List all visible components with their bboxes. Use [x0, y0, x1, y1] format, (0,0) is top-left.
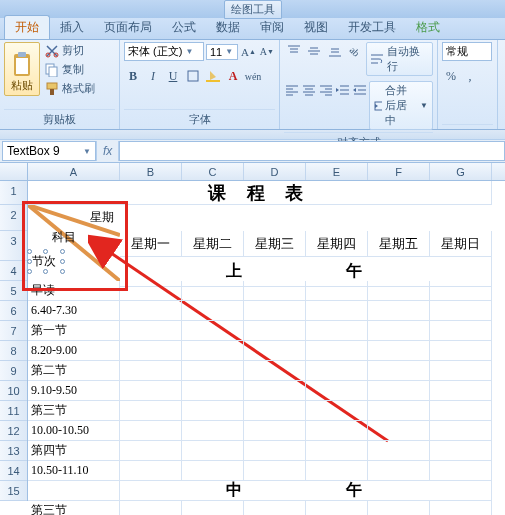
number-format-combo[interactable]: 常规 — [442, 42, 492, 61]
col-header-G[interactable]: G — [430, 163, 492, 180]
row-header-10[interactable]: 10 — [0, 381, 27, 401]
cell-A11[interactable]: 10.00-10.50 — [28, 421, 120, 441]
col-header-F[interactable]: F — [368, 163, 430, 180]
align-center-button[interactable] — [301, 81, 317, 99]
orientation-button[interactable]: ab — [345, 42, 364, 60]
tab-data[interactable]: 数据 — [206, 16, 250, 39]
row-header-1[interactable]: 1 — [0, 181, 27, 205]
ribbon-tabs: 开始 插入 页面布局 公式 数据 审阅 视图 开发工具 格式 — [0, 18, 505, 40]
format-painter-button[interactable]: 格式刷 — [43, 80, 97, 97]
cell-A15[interactable]: 第三节 — [28, 501, 120, 515]
tab-review[interactable]: 审阅 — [250, 16, 294, 39]
wrap-text-button[interactable]: 自动换行 — [366, 42, 433, 76]
cell-title[interactable]: 课 程 表 — [28, 181, 492, 205]
name-box[interactable]: TextBox 9▼ — [2, 141, 96, 161]
svg-rect-1 — [16, 58, 28, 74]
svg-rect-10 — [206, 80, 220, 82]
comma-button[interactable]: , — [461, 67, 479, 85]
select-all-corner[interactable] — [0, 163, 28, 180]
ribbon: 粘贴 剪切 复制 格式刷 剪贴板 宋体 (正文)▼ — [0, 40, 505, 130]
bold-button[interactable]: B — [124, 67, 142, 85]
border-button[interactable] — [184, 67, 202, 85]
cut-button[interactable]: 剪切 — [43, 42, 97, 59]
decrease-font-button[interactable]: A▼ — [259, 43, 275, 61]
row-header-14[interactable]: 14 — [0, 461, 27, 481]
cell-A13[interactable]: 10.50-11.10 — [28, 461, 120, 481]
paste-button[interactable]: 粘贴 — [4, 42, 40, 96]
fill-color-button[interactable] — [204, 67, 222, 85]
contextual-tab-header: 绘图工具 — [224, 0, 282, 19]
svg-rect-9 — [188, 71, 198, 81]
cell-G2[interactable]: 星期日 — [430, 231, 492, 257]
formula-bar[interactable] — [119, 141, 505, 161]
clipboard-icon — [11, 52, 33, 78]
cell-A9[interactable]: 9.10-9.50 — [28, 381, 120, 401]
cell-D2[interactable]: 星期三 — [244, 231, 306, 257]
col-header-E[interactable]: E — [306, 163, 368, 180]
row-header-3[interactable]: 3 — [0, 231, 27, 261]
tab-developer[interactable]: 开发工具 — [338, 16, 406, 39]
tab-format[interactable]: 格式 — [406, 16, 450, 39]
align-middle-button[interactable] — [304, 42, 323, 60]
row-header-12[interactable]: 12 — [0, 421, 27, 441]
tab-layout[interactable]: 页面布局 — [94, 16, 162, 39]
col-header-A[interactable]: A — [28, 163, 120, 180]
align-bottom-button[interactable] — [325, 42, 344, 60]
col-header-D[interactable]: D — [244, 163, 306, 180]
row-header-4[interactable]: 4 — [0, 261, 27, 281]
decrease-indent-button[interactable] — [335, 81, 351, 99]
cell-A5[interactable]: 6.40-7.30 — [28, 301, 120, 321]
cell-A6[interactable]: 第一节 — [28, 321, 120, 341]
increase-indent-button[interactable] — [352, 81, 368, 99]
align-top-button[interactable] — [284, 42, 303, 60]
font-size-combo[interactable]: 11▼ — [206, 44, 238, 60]
cell-A10[interactable]: 第三节 — [28, 401, 120, 421]
align-left-button[interactable] — [284, 81, 300, 99]
row-header-7[interactable]: 7 — [0, 321, 27, 341]
cell-F2[interactable]: 星期五 — [368, 231, 430, 257]
italic-button[interactable]: I — [144, 67, 162, 85]
percent-button[interactable]: % — [442, 67, 460, 85]
phonetic-button[interactable]: wén — [244, 67, 262, 85]
svg-rect-8 — [50, 89, 54, 95]
paste-label: 粘贴 — [11, 78, 33, 93]
cell-afternoon[interactable]: 中 午 — [120, 481, 492, 501]
row-header-9[interactable]: 9 — [0, 361, 27, 381]
col-header-C[interactable]: C — [182, 163, 244, 180]
scissors-icon — [45, 44, 59, 58]
row-header-8[interactable]: 8 — [0, 341, 27, 361]
merge-center-button[interactable]: 合并后居中▼ — [369, 81, 433, 130]
tab-formulas[interactable]: 公式 — [162, 16, 206, 39]
row-header-2[interactable]: 2 — [0, 205, 27, 231]
copy-button[interactable]: 复制 — [43, 61, 97, 78]
tab-view[interactable]: 视图 — [294, 16, 338, 39]
cell-A7[interactable]: 8.20-9.00 — [28, 341, 120, 361]
font-family-combo[interactable]: 宋体 (正文)▼ — [124, 42, 204, 61]
cell-C2[interactable]: 星期二 — [182, 231, 244, 257]
cell-A14[interactable] — [28, 481, 120, 501]
row-header-11[interactable]: 11 — [0, 401, 27, 421]
wrap-icon — [370, 53, 384, 65]
row-header-5[interactable]: 5 — [0, 281, 27, 301]
col-header-B[interactable]: B — [120, 163, 182, 180]
tab-home[interactable]: 开始 — [4, 15, 50, 39]
underline-button[interactable]: U — [164, 67, 182, 85]
cell-A4[interactable]: 早读 — [28, 281, 120, 301]
cell-A12[interactable]: 第四节 — [28, 441, 120, 461]
cell-B2[interactable]: 星期一 — [120, 231, 182, 257]
row-header-13[interactable]: 13 — [0, 441, 27, 461]
cell-E2[interactable]: 星期四 — [306, 231, 368, 257]
merge-icon — [374, 100, 382, 112]
font-color-button[interactable]: A — [224, 67, 242, 85]
copy-icon — [45, 63, 59, 77]
align-right-button[interactable] — [318, 81, 334, 99]
row-header-15[interactable]: 15 — [0, 481, 27, 501]
brush-icon — [45, 82, 59, 96]
cell-A8[interactable]: 第二节 — [28, 361, 120, 381]
increase-font-button[interactable]: A▲ — [240, 43, 257, 61]
tab-insert[interactable]: 插入 — [50, 16, 94, 39]
diagonal-header-cell[interactable]: 星期 科目 节次 — [28, 205, 120, 281]
svg-rect-7 — [47, 83, 57, 89]
fx-button[interactable]: fx — [96, 141, 119, 161]
row-header-6[interactable]: 6 — [0, 301, 27, 321]
